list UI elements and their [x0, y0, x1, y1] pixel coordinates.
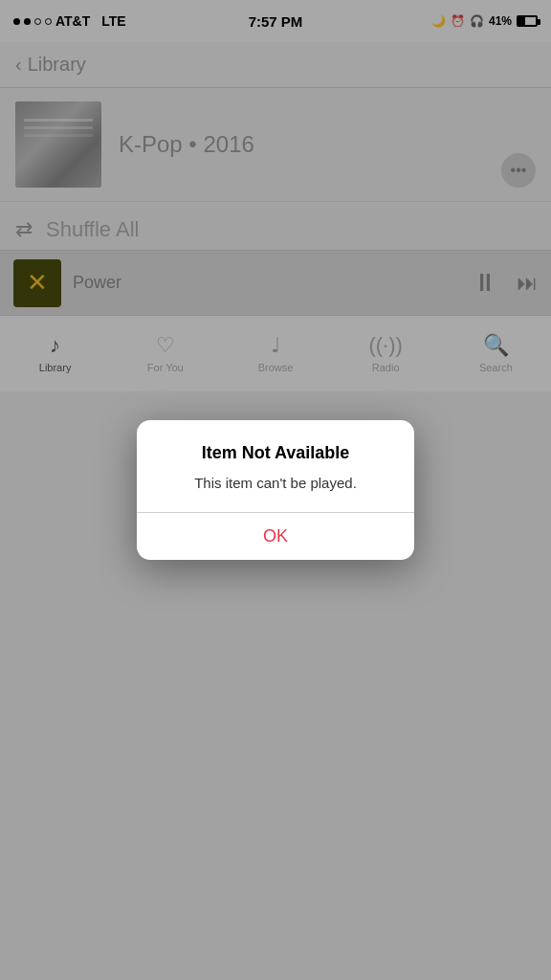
alert-title: Item Not Available: [156, 443, 395, 463]
alert-dialog: Item Not Available This item can't be pl…: [137, 420, 414, 560]
alert-ok-button[interactable]: OK: [137, 513, 414, 560]
alert-message: This item can't be played.: [156, 473, 395, 493]
alert-body: Item Not Available This item can't be pl…: [137, 420, 414, 512]
modal-overlay: Item Not Available This item can't be pl…: [0, 0, 551, 980]
